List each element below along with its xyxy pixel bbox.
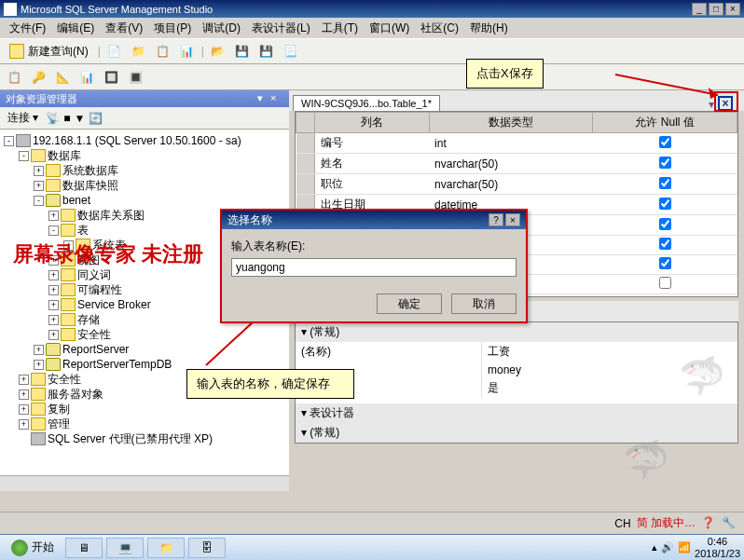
table-row[interactable]: 职位nvarchar(50) [296,174,737,195]
reportserver-node[interactable]: ReportServer [62,343,129,356]
table-row[interactable]: 编号int [296,133,737,154]
menu-window[interactable]: 窗口(W) [364,19,415,38]
toolbar-saveall[interactable]: 💾 [256,41,277,61]
expand-icon[interactable]: + [48,285,59,295]
new-query-button[interactable]: 新建查询(N) [4,42,94,61]
toolbar2-btn-1[interactable]: 📋 [4,67,24,88]
expand-icon[interactable]: + [48,270,59,280]
menu-file[interactable]: 文件(F) [4,19,51,38]
toolbar-save[interactable]: 💾 [232,41,253,61]
expand-icon[interactable]: - [4,136,14,146]
table-row[interactable]: 姓名nvarchar(50) [296,154,737,174]
dialog-titlebar[interactable]: 选择名称 ? × [222,211,526,229]
tray-icon-2[interactable]: 📶 [678,541,691,553]
ok-button[interactable]: 确定 [377,294,442,314]
allow-null-checkbox[interactable] [659,257,671,269]
taskbar-item-4[interactable]: 🗄 [188,538,226,558]
server-objects-node[interactable]: 服务器对象 [48,387,103,403]
category-general[interactable]: ▾ (常规) [296,322,737,342]
expand-icon[interactable]: + [19,389,29,400]
security-node[interactable]: 安全性 [48,372,81,388]
oe-tool-4[interactable]: 🔄 [89,112,103,125]
system-tray[interactable]: ▴ 🔊 📶 0:46 2018/1/23 [652,536,740,558]
expand-icon[interactable]: + [34,166,44,176]
close-button[interactable]: × [725,3,740,16]
tray-icon-1[interactable]: 🔊 [661,541,674,553]
oe-tool-1[interactable]: 📡 [46,112,60,125]
system-db-node[interactable]: 系统数据库 [62,163,118,179]
scrollbar-horizontal[interactable] [0,475,289,491]
dialog-close-button[interactable]: × [505,213,520,226]
expand-icon[interactable]: - [34,196,44,206]
toolbar2-btn-6[interactable]: 🔳 [125,67,145,88]
expand-icon[interactable]: + [19,404,29,415]
expand-icon[interactable]: + [19,419,29,430]
expand-icon[interactable]: + [34,360,44,370]
toolbar-print[interactable]: 📃 [281,41,301,61]
snapshots-node[interactable]: 数据库快照 [62,178,118,194]
allow-null-checkbox[interactable] [659,198,671,210]
status-icon-1[interactable]: ❓ [701,516,716,531]
agent-node[interactable]: SQL Server 代理(已禁用代理 XP) [48,431,213,447]
expand-icon[interactable]: - [19,151,29,161]
connect-button[interactable]: 连接 ▾ [4,108,42,128]
expand-icon[interactable]: + [48,300,59,310]
toolbar-btn-2[interactable]: 📁 [129,41,149,61]
expand-icon[interactable]: + [34,345,44,355]
menu-view[interactable]: 查看(V) [100,19,148,38]
taskbar-item-1[interactable]: 🖥 [65,538,103,558]
allow-null-checkbox[interactable] [659,277,671,289]
expand-icon[interactable]: + [48,330,59,340]
toolbar-btn-4[interactable]: 📊 [177,41,198,61]
tray-expand-icon[interactable]: ▴ [652,541,657,553]
toolbar2-btn-3[interactable]: 📐 [52,67,73,88]
taskbar-item-2[interactable]: 💻 [106,538,144,558]
expand-icon[interactable]: + [19,375,29,385]
tables-node[interactable]: 表 [77,223,89,239]
maximize-button[interactable]: □ [709,3,723,16]
expand-icon[interactable]: - [48,225,59,236]
allow-null-checkbox[interactable] [659,177,671,189]
minimize-button[interactable]: _ [692,3,707,16]
toolbar2-btn-5[interactable]: 🔲 [101,67,121,88]
toolbar-open[interactable]: 📂 [208,41,228,61]
allow-null-checkbox[interactable] [659,218,671,230]
toolbar2-btn-2[interactable]: 🔑 [28,67,48,88]
synonyms-node[interactable]: 同义词 [77,267,111,283]
benet-node[interactable]: benet [62,194,90,207]
allow-null-checkbox[interactable] [659,238,671,250]
oe-tool-2[interactable]: ■ [63,112,70,125]
table-name-input[interactable] [231,258,517,277]
menu-debug[interactable]: 调试(D) [197,19,246,38]
menu-edit[interactable]: 编辑(E) [51,19,100,38]
allow-null-checkbox[interactable] [659,157,671,169]
db-security-node[interactable]: 安全性 [77,327,111,343]
dialog-help-button[interactable]: ? [489,213,503,226]
service-broker-node[interactable]: Service Broker [77,298,151,311]
category-designer[interactable]: ▾ 表设计器 [296,403,737,423]
cancel-button[interactable]: 取消 [451,294,517,314]
menu-community[interactable]: 社区(C) [415,19,464,38]
tab-table1[interactable]: WIN-9CSQ9J6...bo.Table_1* [293,95,440,111]
expand-icon[interactable]: + [48,315,59,325]
status-icon-2[interactable]: 🔧 [722,516,737,531]
allow-null-checkbox[interactable] [659,136,671,148]
toolbar2-btn-4[interactable]: 📊 [76,67,97,88]
category-general-2[interactable]: ▾ (常规) [296,423,737,443]
storage-node[interactable]: 存储 [77,312,100,328]
oe-tool-3[interactable]: ▼ [75,112,86,125]
diagrams-node[interactable]: 数据库关系图 [77,208,145,224]
oe-close-icon[interactable]: × [270,92,283,105]
menu-tools[interactable]: 工具(T) [316,19,364,38]
management-node[interactable]: 管理 [48,417,70,432]
toolbar-btn-1[interactable]: 📄 [104,41,125,61]
server-node[interactable]: 192.168.1.1 (SQL Server 10.50.1600 - sa) [33,134,241,147]
status-ch[interactable]: CH [614,517,630,530]
databases-node[interactable]: 数据库 [48,148,81,164]
start-button[interactable]: 开始 [4,538,62,558]
taskbar-item-3[interactable]: 📁 [147,538,185,558]
clock[interactable]: 0:46 2018/1/23 [695,536,740,558]
oe-pin-icon[interactable]: ▾ [257,92,270,105]
programmability-node[interactable]: 可编程性 [77,282,122,298]
replication-node[interactable]: 复制 [48,402,70,417]
